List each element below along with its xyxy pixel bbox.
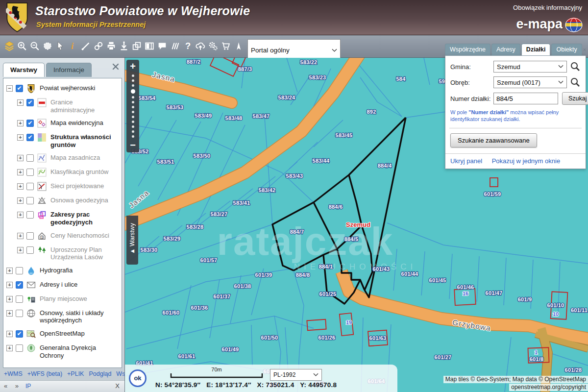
help-icon[interactable]: ? [181,38,194,54]
search-icon[interactable] [570,77,581,88]
collapse-arrows[interactable]: « » [4,382,22,390]
zoom-level-dot[interactable] [132,106,134,108]
expand-node-icon[interactable]: + [6,345,13,351]
footer-link[interactable]: +PLIK [67,370,84,377]
ok-button[interactable]: ok [129,369,147,387]
layer-label[interactable]: Uproszczony Plan Urządzenia Lasów [50,245,119,261]
gmina-select[interactable]: Szemud [493,61,567,73]
expand-node-icon[interactable]: + [17,183,24,190]
print-icon[interactable] [105,38,118,54]
expand-node-icon[interactable]: + [17,197,24,204]
tab-adresy[interactable]: Adresy [491,44,520,55]
expand-node-icon[interactable]: + [6,331,13,337]
layer-label[interactable]: Struktura własności gruntów [50,133,119,148]
layer-label[interactable]: OpenStreetMap [40,329,85,338]
layer-checkbox[interactable] [26,99,34,106]
expand-node-icon[interactable]: + [6,310,13,317]
zoom-level-dot[interactable] [132,125,134,128]
layer-checkbox[interactable] [16,281,23,289]
footer-link[interactable]: +WMS [4,370,23,377]
expand-node-icon[interactable]: + [17,247,24,253]
layer-checkbox[interactable] [26,197,34,204]
zoom-level-dot[interactable] [132,116,134,118]
expand-node-icon[interactable]: + [6,296,13,302]
zoom-in-icon[interactable] [16,38,28,54]
tab-warstwy[interactable]: Warstwy [3,63,45,77]
info-icon[interactable]: i [67,38,79,54]
panel-close-icon[interactable] [583,46,586,53]
zoom-level-dot[interactable] [132,130,134,133]
layer-label[interactable]: Osnowa geodezyjna [50,196,108,204]
expand-node-icon[interactable]: + [17,99,24,106]
layer-label[interactable]: Hydrografia [40,266,73,274]
layer-checkbox[interactable] [26,169,34,176]
szukaj-button[interactable]: Szukaj [562,92,588,105]
zoom-level-dot[interactable] [132,101,134,103]
zoom-level-dot[interactable] [132,121,134,123]
layer-checkbox[interactable] [16,267,23,274]
footer-link[interactable]: +WFS (beta) [27,370,62,377]
zoom-level-dot[interactable] [132,96,134,98]
layer-label[interactable]: Adresy i ulice [40,280,77,289]
cursor-icon[interactable] [54,38,67,54]
hide-panel-link[interactable]: Ukryj panel [450,157,482,165]
layer-checkbox[interactable] [26,154,34,162]
zoom-in-button[interactable]: + [126,61,139,73]
measure-line-icon[interactable] [79,38,92,54]
settings-gears-icon[interactable] [207,38,220,54]
zoom-level-dot[interactable] [132,135,134,138]
collapse-layers-tab[interactable]: ▲ Warstwy [126,216,138,265]
cloud-upload-icon[interactable] [194,38,207,54]
expand-node-icon[interactable]: + [6,282,13,288]
expand-node-icon[interactable]: + [17,120,24,126]
layer-label[interactable]: Klasyfikacja gruntów [50,168,109,176]
expand-node-icon[interactable]: + [17,155,24,161]
layer-checkbox[interactable] [16,295,23,303]
layer-checkbox[interactable] [26,120,34,127]
cart-icon[interactable] [220,38,232,54]
parcel-number-input[interactable] [493,93,558,104]
split-view-icon[interactable] [143,38,156,54]
zoom-level-current[interactable] [131,89,135,94]
layer-label[interactable]: Osnowy, siatki i układy współrzędnych [40,309,119,324]
zoom-level-dot[interactable] [132,111,134,113]
zoom-out-button[interactable]: − [126,140,139,151]
layer-label[interactable]: Ceny Nieruchomości [50,231,109,240]
layer-checkbox[interactable] [26,183,34,190]
expand-node-icon[interactable]: + [17,212,24,218]
single-window-link[interactable]: Pokazuj w jednym oknie [492,157,560,165]
link-icon[interactable] [92,38,105,54]
zoom-level-dot[interactable] [132,79,134,82]
zoom-level-dot[interactable] [132,74,134,77]
layer-label[interactable]: Mapa ewidencyjna [50,119,103,127]
copy-frames-icon[interactable] [130,38,143,54]
expand-node-icon[interactable]: + [6,268,13,274]
layer-checkbox[interactable] [26,246,34,254]
search-icon[interactable] [570,61,581,72]
layer-label[interactable]: Zakresy prac geodezyjnych [50,210,119,226]
ip-link[interactable]: IP [25,383,31,390]
layer-checkbox[interactable] [16,310,23,317]
tab-wspolrzedne[interactable]: Współrzędne [445,44,490,55]
callout-icon[interactable] [156,38,169,54]
expand-node-icon[interactable]: + [17,169,24,175]
layer-label[interactable]: Generalna Dyrekcja Ochrony [40,343,119,359]
select-area-icon[interactable] [41,38,54,54]
measure-slashes-icon[interactable] [169,38,181,54]
layer-checkbox[interactable] [16,85,23,92]
info-obligation-link[interactable]: Obowiązek informacyjny [513,4,582,11]
tab-obiekty[interactable]: Obiekty [551,44,582,55]
layer-checkbox[interactable] [16,344,23,352]
layer-label[interactable]: Granice administracyjne [50,98,119,114]
collapse-node-icon[interactable]: − [6,85,13,92]
layer-checkbox[interactable] [26,211,34,219]
layer-checkbox[interactable] [26,134,34,141]
expand-node-icon[interactable]: + [17,233,24,239]
layer-checkbox[interactable] [26,232,34,240]
sidebar-close-icon[interactable] [112,63,120,71]
zoom-level-slider[interactable] [126,73,139,140]
zoom-level-dot[interactable] [132,84,134,87]
tab-dzialki[interactable]: Działki [521,44,551,55]
bottom-close-button[interactable]: X [115,382,120,390]
expand-node-icon[interactable]: + [17,134,24,141]
